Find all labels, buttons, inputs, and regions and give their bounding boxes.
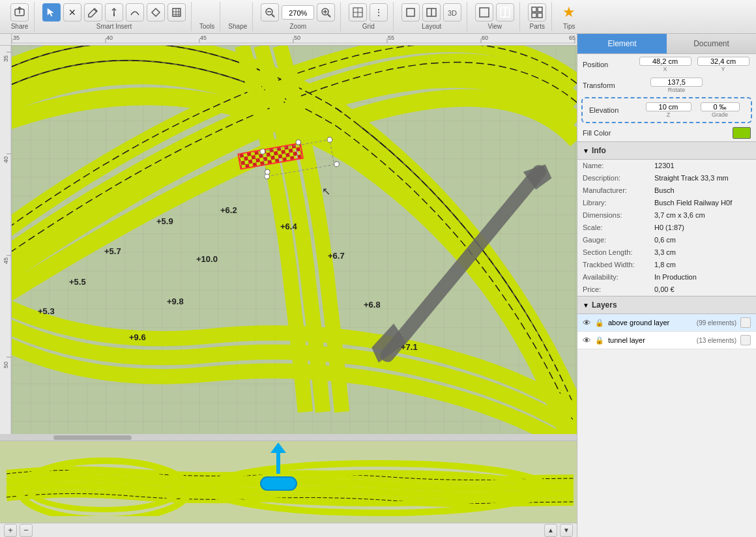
- add-layer-button[interactable]: +: [4, 524, 17, 537]
- select-tool[interactable]: [42, 3, 61, 22]
- view-group: View: [470, 2, 520, 31]
- bottom-controls: + − ▲ ▼: [0, 523, 577, 537]
- info-mfr-val: Busch: [654, 186, 675, 194]
- layer-eye-above[interactable]: 👁: [583, 318, 591, 328]
- svg-marker-77: [270, 443, 286, 453]
- zoom-value: 270%: [282, 5, 314, 20]
- elev-98: +9.8: [167, 297, 184, 306]
- position-y-input[interactable]: [697, 57, 749, 66]
- svg-text:45: 45: [3, 257, 9, 264]
- fill-color-label: Fill Color: [583, 129, 635, 137]
- arrow-tool[interactable]: [105, 3, 123, 22]
- zoom-out-button[interactable]: [261, 3, 279, 22]
- main-canvas[interactable]: +5.3 +5.5 +5.7 +5.9 +6.2 +6.4 +6.7 +6.8 …: [12, 46, 577, 434]
- layer-lock-tunnel[interactable]: 🔒: [595, 336, 604, 345]
- position-label: Position: [583, 61, 635, 68]
- main-area: 35 40 45 50 55 60 65: [0, 34, 756, 537]
- grid-view-button[interactable]: [349, 3, 367, 22]
- grade-label: Grade: [695, 111, 744, 118]
- info-lib-key: Library:: [583, 199, 654, 207]
- svg-text:40: 40: [3, 156, 9, 163]
- shape-group: Shape: [223, 2, 253, 31]
- svg-rect-75: [261, 477, 297, 490]
- transform-label: Transform: [583, 81, 635, 89]
- elevation-input[interactable]: [646, 102, 691, 111]
- layout-3d-button[interactable]: 3D: [443, 3, 461, 22]
- svg-text:35: 35: [13, 35, 20, 41]
- elev-62: +6.2: [220, 205, 237, 215]
- delete-tool[interactable]: ✕: [63, 3, 81, 22]
- position-x-input[interactable]: [639, 57, 691, 66]
- layout-rect-button[interactable]: [401, 3, 420, 22]
- info-name-row: Name: 12301: [577, 160, 756, 172]
- layer-above-ground[interactable]: 👁 🔒 above ground layer (99 elements): [577, 314, 756, 332]
- info-avail-key: Availability:: [583, 273, 654, 281]
- layer-eye-tunnel[interactable]: 👁: [583, 336, 591, 345]
- info-price-key: Price:: [583, 285, 654, 293]
- view-label: View: [488, 23, 502, 30]
- pencil-tool[interactable]: [84, 3, 102, 22]
- info-section-header[interactable]: ▼ Info: [577, 141, 756, 160]
- layer-above-vis[interactable]: [740, 317, 751, 328]
- position-x-label: X: [637, 66, 693, 72]
- parts-button[interactable]: [528, 3, 546, 22]
- grid-group: ⋮ Grid: [343, 2, 394, 31]
- info-title: Info: [592, 146, 606, 155]
- fill-color-swatch[interactable]: [733, 127, 751, 139]
- layout-group: 3D Layout: [396, 2, 467, 31]
- tab-document[interactable]: Document: [667, 34, 756, 53]
- zoom-in-button[interactable]: [317, 3, 335, 22]
- minimap[interactable]: [0, 441, 577, 523]
- zoom-label: Zoom: [290, 23, 307, 30]
- layer-above-count: (99 elements): [697, 319, 736, 327]
- grid-options-button[interactable]: ⋮: [370, 3, 388, 22]
- tools-group: Tools: [194, 2, 220, 31]
- elev-71: +7.1: [401, 342, 418, 352]
- info-mfr-key: Manufacturer:: [583, 186, 654, 194]
- svg-text:35: 35: [3, 55, 9, 62]
- diamond-tool[interactable]: [147, 3, 165, 22]
- scroll-up-button[interactable]: ▲: [544, 524, 557, 537]
- remove-layer-button[interactable]: −: [20, 524, 33, 537]
- svg-rect-27: [532, 7, 536, 12]
- share-button[interactable]: [10, 3, 29, 22]
- layout-split-button[interactable]: [422, 3, 441, 22]
- tips-button[interactable]: ★: [560, 3, 578, 22]
- svg-text:50: 50: [294, 35, 300, 41]
- layer-tunnel-vis[interactable]: [740, 335, 751, 345]
- transform-input[interactable]: [650, 78, 703, 87]
- layer-tunnel[interactable]: 👁 🔒 tunnel layer (13 elements): [577, 332, 756, 349]
- layers-section-header[interactable]: ▼ Layers: [577, 296, 756, 314]
- svg-rect-25: [501, 8, 505, 17]
- info-gauge-row: Gauge: 0,6 cm: [577, 234, 756, 246]
- rotate-label: Rotate: [637, 87, 716, 93]
- elev-96: +9.6: [129, 332, 146, 342]
- grade-input[interactable]: [701, 102, 740, 111]
- view-side-button[interactable]: [496, 3, 514, 22]
- share-label: Share: [11, 23, 29, 30]
- h-scroll-thumb[interactable]: [53, 435, 132, 440]
- canvas-wrapper: 35 40 45 50: [0, 46, 577, 434]
- h-scrollbar[interactable]: [0, 434, 577, 441]
- scroll-down-button[interactable]: ▼: [560, 524, 573, 537]
- elev-53: +5.3: [38, 306, 55, 316]
- view-normal-button[interactable]: [475, 3, 493, 22]
- svg-text:60: 60: [482, 35, 488, 41]
- main-toolbar: Share ✕ Smart Insert: [0, 0, 756, 34]
- svg-text:55: 55: [388, 35, 394, 41]
- info-dim-key: Dimensions:: [583, 211, 654, 219]
- tab-element[interactable]: Element: [577, 34, 667, 53]
- vertical-ruler: 35 40 45 50: [0, 46, 12, 434]
- parts-group: Parts: [523, 2, 552, 31]
- svg-rect-24: [480, 8, 489, 17]
- info-name-val: 12301: [654, 162, 675, 169]
- svg-text:45: 45: [200, 35, 207, 41]
- info-mfr-row: Manufacturer: Busch: [577, 184, 756, 197]
- curve-tool[interactable]: [126, 3, 144, 22]
- grid-tool[interactable]: [167, 3, 186, 22]
- grade-value-group: Grade: [695, 102, 744, 118]
- elev-100: +10.0: [196, 254, 218, 264]
- info-gauge-key: Gauge:: [583, 236, 654, 244]
- info-dim-row: Dimensions: 3,7 cm x 3,6 cm: [577, 209, 756, 222]
- layer-lock-above[interactable]: 🔒: [595, 319, 604, 327]
